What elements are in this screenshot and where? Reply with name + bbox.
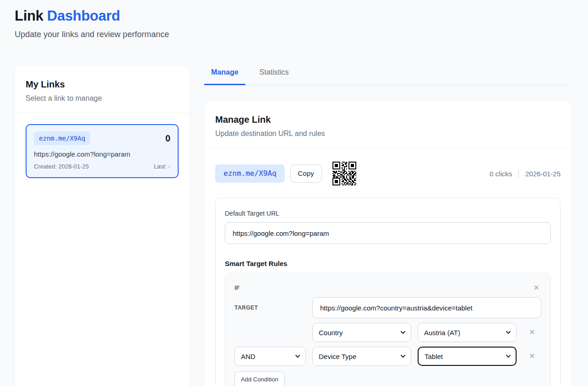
rule-box: IF ✕ TARGET Country — [225, 273, 551, 386]
destination-url-text: https://google.com?long=param — [34, 150, 170, 159]
my-links-header: My Links Select a link to manage — [15, 66, 190, 113]
condition-1-key-select[interactable]: Country — [312, 323, 411, 342]
page-subtitle: Update your links and review performance — [15, 29, 572, 40]
qr-code-icon — [330, 159, 359, 188]
add-condition-button[interactable]: Add Condition — [234, 371, 285, 386]
link-dashboard-page: Link Dashboard Update your links and rev… — [0, 0, 588, 386]
condition-2-key-select-input[interactable]: Device Type — [312, 347, 411, 366]
manage-link-title: Manage Link — [215, 113, 561, 126]
condition-2-operator-select-input[interactable]: AND — [234, 347, 306, 366]
manage-link-body: eznm.me/X9Aq Copy 0 clicks 2026-01-25 De… — [204, 148, 572, 386]
short-link-badge: eznm.me/X9Aq — [34, 131, 90, 145]
condition-1-value-select[interactable]: Austria (AT) — [418, 323, 517, 342]
link-item-top-row: eznm.me/X9Aq 0 — [34, 131, 170, 145]
smart-rules-title: Smart Target Rules — [225, 260, 551, 267]
condition-2-operator-select[interactable]: AND — [234, 347, 306, 366]
condition-2-value-select-input[interactable]: Tablet — [418, 347, 517, 366]
tab-statistics[interactable]: Statistics — [253, 66, 296, 85]
remove-rule-button[interactable]: ✕ — [532, 283, 541, 294]
link-item-meta: Created: 2026-01-25 Last: - — [34, 163, 170, 171]
condition-2-key-select[interactable]: Device Type — [312, 347, 411, 366]
last-click-text: Last: - — [154, 163, 170, 171]
link-list-item-selected[interactable]: eznm.me/X9Aq 0 https://google.com?long=p… — [26, 124, 179, 178]
main-content: Manage Statistics Manage Link Update des… — [204, 66, 572, 386]
my-links-subtitle: Select a link to manage — [26, 93, 179, 103]
page-title-text: Link — [15, 8, 44, 24]
created-date: 2026-01-25 — [525, 170, 561, 178]
short-link-display: eznm.me/X9Aq — [215, 164, 285, 183]
remove-condition-1-button[interactable]: ✕ — [527, 327, 537, 338]
short-link-row: eznm.me/X9Aq Copy 0 clicks 2026-01-25 — [215, 159, 561, 188]
condition-2-remove-cell: ✕ — [523, 351, 541, 362]
empty-operator-cell — [234, 323, 306, 342]
tab-manage[interactable]: Manage — [204, 66, 245, 85]
rule-header: IF ✕ — [234, 283, 541, 294]
link-settings-form: Default Target URL Smart Target Rules IF… — [215, 198, 561, 386]
rule-if-label: IF — [234, 285, 240, 291]
created-date-text: Created: 2026-01-25 — [34, 163, 89, 171]
page-title: Link Dashboard — [15, 7, 572, 24]
tab-bar: Manage Statistics — [204, 66, 572, 85]
vertical-divider — [518, 169, 519, 178]
rule-grid: TARGET Country Austria (AT) — [234, 297, 541, 366]
content-columns: My Links Select a link to manage eznm.me… — [15, 66, 572, 386]
remove-condition-2-button[interactable]: ✕ — [527, 351, 537, 362]
my-links-panel: My Links Select a link to manage eznm.me… — [15, 66, 190, 386]
my-links-title: My Links — [26, 78, 179, 91]
default-url-label: Default Target URL — [225, 209, 551, 217]
rule-target-input[interactable] — [312, 297, 541, 318]
default-url-input[interactable] — [225, 222, 551, 244]
click-count: 0 — [165, 133, 170, 144]
condition-1-remove-cell: ✕ — [523, 327, 541, 338]
my-links-list: eznm.me/X9Aq 0 https://google.com?long=p… — [15, 113, 190, 189]
clicks-count-text: 0 clicks — [490, 170, 512, 178]
condition-1-value-select-input[interactable]: Austria (AT) — [418, 323, 517, 342]
rule-target-label: TARGET — [234, 304, 306, 311]
condition-1-key-select-input[interactable]: Country — [312, 323, 411, 342]
manage-link-header: Manage Link Update destination URL and r… — [204, 101, 572, 148]
manage-link-subtitle: Update destination URL and rules — [215, 129, 561, 139]
manage-link-card: Manage Link Update destination URL and r… — [204, 101, 572, 386]
copy-button[interactable]: Copy — [290, 164, 322, 183]
page-title-accent: Dashboard — [47, 8, 120, 24]
condition-2-value-select-focused[interactable]: Tablet — [418, 347, 517, 366]
